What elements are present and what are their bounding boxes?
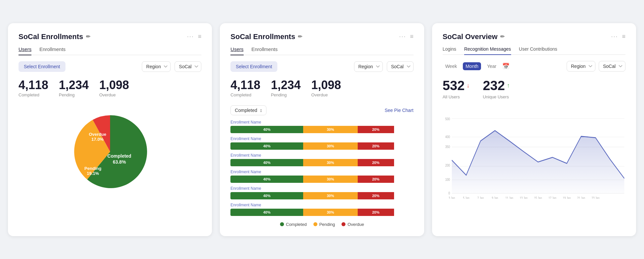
line-chart-container: 0 100 200 350 400 500 xyxy=(443,106,625,199)
socal-select-1[interactable]: SoCal xyxy=(175,61,201,72)
card2-stats: 4,118 Completed 1,234 Pending 1,098 Over… xyxy=(230,79,413,97)
list-item: Enrollment Name 40% 30% 20% xyxy=(230,120,412,133)
x-label-5jan: 5 Jan xyxy=(463,196,469,198)
overview-card: SoCal Overview ✏ ··· ≡ Logins Recognitio… xyxy=(432,23,636,236)
stat-overdue-value-2: 1,098 xyxy=(311,79,341,91)
card2-actions: ··· ≡ xyxy=(399,33,414,40)
tab-contributions[interactable]: User Contributions xyxy=(519,46,557,55)
card3-lines-icon[interactable]: ≡ xyxy=(622,33,625,40)
card2-lines-icon[interactable]: ≡ xyxy=(410,33,414,40)
card3-dots-icon[interactable]: ··· xyxy=(611,33,618,40)
trend-down-icon: ↓ xyxy=(466,82,469,89)
legend-overdue: Overdue xyxy=(342,222,364,227)
x-label-15jan: 15 Jan xyxy=(534,196,542,198)
calendar-icon[interactable]: 📅 xyxy=(502,63,509,70)
tab-recognition[interactable]: Recognition Messages xyxy=(464,46,511,55)
bar-completed-2: 40% xyxy=(230,159,303,166)
enrollment-name-0: Enrollment Name xyxy=(230,120,412,125)
list-item: Enrollment Name 40% 30% 20% xyxy=(230,203,412,216)
stat-pending-2: 1,234 Pending xyxy=(271,79,301,97)
bar-pending-3: 30% xyxy=(303,176,358,183)
x-label-17jan: 17 Jan xyxy=(548,196,556,198)
tab-card1-enrollments[interactable]: Enrollments xyxy=(39,46,65,55)
x-label-7jan: 7 Jan xyxy=(477,196,484,198)
bar-stack-2: 40% 30% 20% xyxy=(230,159,412,166)
trend-up-icon: ↑ xyxy=(507,82,510,89)
card1-actions: ··· ≡ xyxy=(187,33,202,40)
bar-pending-4: 30% xyxy=(303,192,358,199)
y-label-200: 200 xyxy=(445,163,450,167)
list-item: Enrollment Name 40% 30% 20% xyxy=(230,136,412,150)
bar-overdue-1: 20% xyxy=(358,142,394,150)
pie-label-overdue-pct: 17.0% xyxy=(91,137,103,142)
tab-card2-enrollments[interactable]: Enrollments xyxy=(252,46,278,55)
bar-pending-5: 30% xyxy=(303,209,358,216)
unique-users-label: Unique Users xyxy=(483,94,510,99)
x-label-21jan: 21 Jan xyxy=(577,196,585,198)
dashboard: SoCal Enrollments ✏ ··· ≡ Users Enrollme… xyxy=(8,23,636,236)
time-btn-month[interactable]: Month xyxy=(463,62,481,70)
legend-row: Completed Pending Overdue xyxy=(230,222,413,227)
card1-edit-icon[interactable]: ✏ xyxy=(86,33,90,40)
tab-card2-users[interactable]: Users xyxy=(230,46,243,55)
enrollment-list: Enrollment Name 40% 30% 20% Enrollment N… xyxy=(230,120,413,216)
stat-overdue-label-2: Overdue xyxy=(311,92,341,97)
legend-completed: Completed xyxy=(280,222,307,227)
region-select-3[interactable]: Region xyxy=(567,61,595,72)
see-pie-link[interactable]: See Pie Chart xyxy=(384,108,413,113)
legend-label-pending: Pending xyxy=(319,222,335,227)
card3-title-text: SoCal Overview xyxy=(443,32,498,41)
bar-completed-4: 40% xyxy=(230,192,303,199)
stat-pending-value-1: 1,234 xyxy=(59,79,89,91)
x-label-23jan: 23 Jan xyxy=(591,196,599,198)
sort-icon: ↕ xyxy=(260,108,262,113)
stat-completed-2: 4,118 Completed xyxy=(230,79,260,97)
enrollment-name-5: Enrollment Name xyxy=(230,203,412,207)
bar-overdue-4: 20% xyxy=(358,192,394,199)
time-btn-year[interactable]: Year xyxy=(484,62,499,70)
overview-stats: 532 ↓ All Users 232 ↑ Unique Users xyxy=(443,78,625,99)
legend-label-overdue: Overdue xyxy=(347,222,364,227)
bar-pending-0: 30% xyxy=(303,126,358,133)
bar-completed-5: 40% xyxy=(230,209,303,216)
card2-edit-icon[interactable]: ✏ xyxy=(298,33,302,40)
tab-logins[interactable]: Logins xyxy=(443,46,456,55)
card1-lines-icon[interactable]: ≡ xyxy=(198,33,202,40)
card3-edit-icon[interactable]: ✏ xyxy=(500,33,504,40)
socal-select-3[interactable]: SoCal xyxy=(599,61,625,72)
card2-dots-icon[interactable]: ··· xyxy=(399,33,406,40)
overview-tabs: Logins Recognition Messages User Contrib… xyxy=(443,46,625,55)
y-label-400: 400 xyxy=(445,134,450,139)
select-enrollment-btn-2[interactable]: Select Enrollment xyxy=(230,61,277,72)
socal-select-2[interactable]: SoCal xyxy=(387,61,414,72)
enrollments-pie-card: SoCal Enrollments ✏ ··· ≡ Users Enrollme… xyxy=(8,23,212,236)
bar-stack-4: 40% 30% 20% xyxy=(230,192,412,199)
stat-pending-label-1: Pending xyxy=(59,92,89,97)
stat-completed-1: 4,118 Completed xyxy=(19,79,48,97)
card1-title: SoCal Enrollments ✏ xyxy=(19,32,90,41)
list-item: Enrollment Name 40% 30% 20% xyxy=(230,170,412,183)
stat-pending-label-2: Pending xyxy=(271,92,301,97)
bar-stack-1: 40% 30% 20% xyxy=(230,142,412,150)
unique-users-stat: 232 ↑ Unique Users xyxy=(483,78,510,99)
time-btn-week[interactable]: Week xyxy=(443,62,460,70)
legend-dot-pending xyxy=(313,222,317,226)
card3-actions: ··· ≡ xyxy=(611,33,625,40)
bar-completed-3: 40% xyxy=(230,176,303,183)
x-label-3jan: 3 Jan xyxy=(449,196,455,198)
card1-tabs: Users Enrollments xyxy=(19,46,201,55)
y-label-100: 100 xyxy=(445,177,450,181)
stat-completed-label-1: Completed xyxy=(19,92,48,97)
all-users-label: All Users xyxy=(443,94,470,99)
region-select-1[interactable]: Region xyxy=(142,61,171,72)
stat-overdue-value-1: 1,098 xyxy=(99,79,129,91)
card1-dots-icon[interactable]: ··· xyxy=(187,33,194,40)
card2-controls: Select Enrollment Region SoCal xyxy=(230,61,413,72)
select-enrollment-btn-1[interactable]: Select Enrollment xyxy=(19,61,65,72)
sort-select[interactable]: Completed ↕ xyxy=(230,105,266,115)
bar-overdue-5: 20% xyxy=(358,209,394,216)
tab-card1-users[interactable]: Users xyxy=(19,46,31,55)
region-select-2[interactable]: Region xyxy=(354,61,383,72)
enrollment-name-3: Enrollment Name xyxy=(230,170,412,174)
card1-title-text: SoCal Enrollments xyxy=(19,32,83,41)
